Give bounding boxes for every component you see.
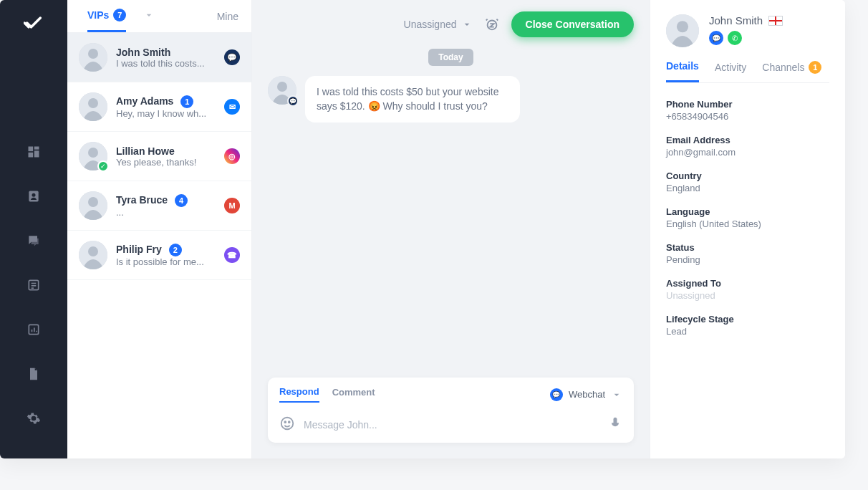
- composer: Respond Comment 💬 Webchat: [268, 378, 634, 443]
- conversation-preview: I was told this costs...: [116, 58, 216, 69]
- contact-channels: 💬 ✆: [709, 31, 829, 45]
- conversation-name: Tyra Bruce 4: [116, 194, 216, 207]
- channel-select-label: Webchat: [569, 389, 605, 400]
- alarm-icon: [484, 16, 500, 32]
- field-language: Language English (United States): [666, 206, 829, 229]
- message-input[interactable]: [304, 419, 599, 431]
- tab-vips-label: VIPs: [87, 9, 109, 21]
- field-value: john@gmail.com: [666, 147, 829, 158]
- message-row: 💬 I was told this costs $50 but your web…: [268, 76, 634, 123]
- field-label: Phone Number: [666, 99, 829, 110]
- svg-point-19: [88, 148, 98, 158]
- conversation-name: John Smith: [116, 47, 216, 58]
- svg-point-23: [88, 246, 98, 256]
- field-label: Country: [666, 170, 829, 181]
- field-status: Status Pending: [666, 242, 829, 265]
- field-lifecycle: Lifecycle Stage Lead: [666, 314, 829, 337]
- emoji-button[interactable]: [279, 415, 295, 434]
- nav-settings-icon[interactable]: [19, 404, 48, 433]
- conversation-item[interactable]: Tyra Bruce 4 ... M: [67, 181, 251, 231]
- channel-viber-icon: ☎: [224, 247, 240, 263]
- conversation-item[interactable]: John Smith I was told this costs... 💬: [67, 33, 251, 82]
- conversation-name: Amy Adams 1: [116, 95, 216, 108]
- conversation-name: Lillian Howe: [116, 145, 216, 157]
- conversation-avatar: [79, 92, 107, 121]
- svg-point-5: [32, 193, 36, 197]
- assignee-label: Unassigned: [404, 19, 457, 30]
- composer-tab-respond[interactable]: Respond: [279, 386, 319, 403]
- details-header: John Smith 💬 ✆: [666, 14, 829, 47]
- tab-mine[interactable]: Mine: [217, 11, 238, 31]
- day-divider: Today: [428, 49, 473, 66]
- details-body: Phone Number +65834904546 Email Address …: [666, 83, 829, 337]
- nav-dashboard-icon[interactable]: [19, 138, 48, 166]
- verified-badge-icon: ✓: [97, 160, 109, 172]
- composer-tab-comment[interactable]: Comment: [332, 387, 375, 402]
- channel-gmail-icon: M: [224, 198, 240, 213]
- svg-point-31: [677, 21, 688, 32]
- field-label: Email Address: [666, 135, 829, 145]
- details-tab-details[interactable]: Details: [666, 60, 699, 82]
- mic-icon: [608, 416, 622, 431]
- conversation-avatar: [79, 191, 107, 220]
- conversation-avatar: ✓: [79, 142, 107, 170]
- details-tab-channels-label: Channels: [762, 62, 804, 73]
- conversation-avatar: [79, 43, 107, 72]
- unread-badge: 2: [169, 244, 182, 256]
- country-flag-icon: [768, 16, 783, 26]
- unread-badge: 1: [180, 95, 193, 108]
- assignee-dropdown[interactable]: Unassigned: [404, 19, 473, 30]
- field-assigned: Assigned To Unassigned: [666, 278, 829, 301]
- field-country: Country England: [666, 170, 829, 193]
- snooze-button[interactable]: [484, 16, 500, 32]
- app-logo: [21, 10, 47, 36]
- message-avatar: 💬: [268, 76, 296, 105]
- field-email: Email Address john@gmail.com: [666, 135, 829, 158]
- contact-top: John Smith 💬 ✆: [709, 14, 829, 45]
- svg-point-28: [284, 421, 286, 423]
- conversation-preview: Yes please, thanks!: [116, 157, 216, 168]
- composer-row: [279, 408, 622, 434]
- mic-button[interactable]: [608, 416, 622, 433]
- conversation-item[interactable]: Philip Fry 2 Is it possible for me... ☎: [67, 231, 251, 280]
- svg-point-27: [281, 418, 294, 430]
- svg-point-29: [289, 421, 290, 423]
- details-tab-channels[interactable]: Channels 1: [762, 60, 821, 82]
- chat-header: Unassigned Close Conversation: [252, 0, 650, 47]
- svg-rect-2: [34, 150, 39, 157]
- conversation-body: Tyra Bruce 4 ...: [116, 194, 216, 218]
- app-shell: VIPs 7 Mine John Smith I was told this c…: [0, 0, 845, 458]
- conversation-name: Philip Fry 2: [116, 244, 216, 256]
- conversation-body: Lillian Howe Yes please, thanks!: [116, 145, 216, 168]
- contact-name-row: John Smith: [709, 14, 829, 27]
- nav-document-icon[interactable]: [19, 360, 48, 388]
- details-tabs: Details Activity Channels 1: [666, 60, 829, 83]
- tab-vips[interactable]: VIPs 7: [87, 9, 126, 32]
- conversation-column: VIPs 7 Mine John Smith I was told this c…: [67, 0, 252, 458]
- nav-analytics-icon[interactable]: [19, 315, 48, 344]
- conversation-preview: Hey, may I know wh...: [116, 108, 216, 119]
- tab-vips-count: 7: [113, 9, 126, 21]
- nav-messages-icon[interactable]: [19, 226, 48, 255]
- message-bubble: I was told this costs $50 but your websi…: [305, 76, 520, 123]
- conversation-body: Philip Fry 2 Is it possible for me...: [116, 244, 216, 267]
- conversation-list: John Smith I was told this costs... 💬 Am…: [67, 33, 251, 458]
- field-label: Language: [666, 206, 829, 217]
- conversation-item[interactable]: ✓ Lillian Howe Yes please, thanks! ◎: [67, 132, 251, 181]
- svg-point-26: [277, 82, 287, 92]
- message-channel-icon: 💬: [287, 95, 299, 107]
- message-list: 💬 I was told this costs $50 but your web…: [252, 76, 650, 378]
- field-value: England: [666, 183, 829, 193]
- field-value: Unassigned: [666, 290, 829, 301]
- tabs-dropdown-icon[interactable]: [143, 9, 155, 32]
- close-conversation-button[interactable]: Close Conversation: [511, 11, 634, 37]
- nav-contacts-icon[interactable]: [19, 182, 48, 211]
- nav-list-icon[interactable]: [19, 271, 48, 299]
- conversation-body: John Smith I was told this costs...: [116, 47, 216, 69]
- details-column: John Smith 💬 ✆ Details Activity Channels…: [650, 0, 845, 458]
- channel-select-icon: 💬: [550, 388, 563, 401]
- details-tab-activity[interactable]: Activity: [715, 60, 746, 82]
- conversation-preview: ...: [116, 207, 216, 218]
- composer-channel-select[interactable]: 💬 Webchat: [550, 388, 622, 401]
- conversation-item[interactable]: Amy Adams 1 Hey, may I know wh... ✉: [67, 82, 251, 132]
